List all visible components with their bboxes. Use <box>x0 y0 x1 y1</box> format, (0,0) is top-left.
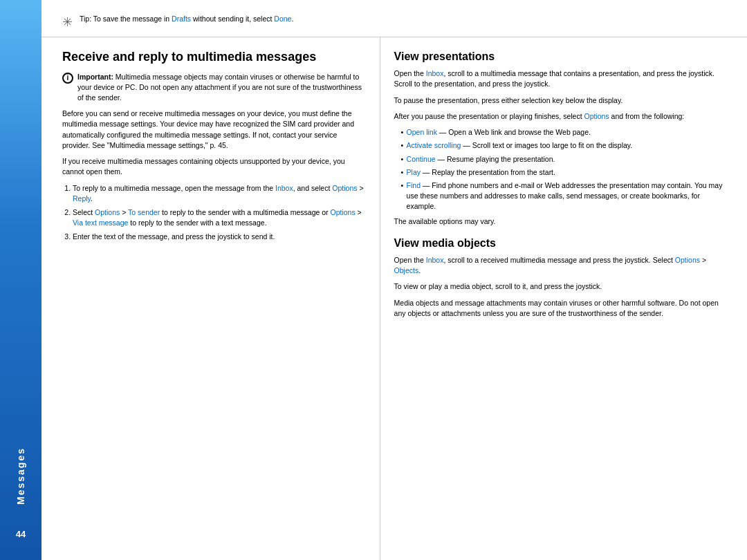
tip-drafts-link[interactable]: Drafts <box>172 15 191 23</box>
bullet-open-link: Open link — Open a Web link and browse t… <box>401 127 726 138</box>
left-column: Receive and reply to multimedia messages… <box>42 37 380 560</box>
view-media-body1: Open the Inbox, scroll to a received mul… <box>394 255 726 276</box>
bullet-activate-scrolling: Activate scrolling — Scroll text or imag… <box>401 140 726 151</box>
bullet-continue: Continue — Resume playing the presentati… <box>401 154 726 165</box>
important-label: Important: <box>77 73 113 81</box>
find-link[interactable]: Find <box>407 181 421 189</box>
bullet-play: Play — Replay the presentation from the … <box>401 167 726 178</box>
bullets-list: Open link — Open a Web link and browse t… <box>401 127 726 212</box>
tip-text: Tip: To save the message in Drafts witho… <box>80 14 293 24</box>
page-number: 44 <box>16 529 26 539</box>
bullet-find: Find — Find phone numbers and e-mail or … <box>401 180 726 212</box>
tip-end: . <box>291 15 293 23</box>
tip-area: ✳ Tip: To save the message in Drafts wit… <box>42 0 747 37</box>
view-pres-body3: After you pause the presentation or play… <box>394 111 726 122</box>
continue-link[interactable]: Continue <box>407 155 436 163</box>
media-objects-link[interactable]: Objects <box>394 266 419 274</box>
important-icon: i <box>62 73 73 84</box>
media-inbox-link[interactable]: Inbox <box>426 256 444 264</box>
important-text: Important: Multimedia message objects ma… <box>77 72 366 104</box>
step-1: To reply to a multimedia message, open t… <box>73 183 366 204</box>
play-link[interactable]: Play <box>407 168 421 176</box>
main-content: ✳ Tip: To save the message in Drafts wit… <box>42 0 747 560</box>
pres-options-link[interactable]: Options <box>584 112 609 120</box>
left-body1: Before you can send or receive multimedi… <box>62 109 366 151</box>
step-2: Select Options > To sender to reply to t… <box>73 207 366 228</box>
view-media-title: View media objects <box>394 236 726 250</box>
step1-reply-link[interactable]: Reply <box>73 194 91 203</box>
view-pres-body1: Open the Inbox, scroll to a multimedia m… <box>394 68 726 89</box>
left-section-title: Receive and reply to multimedia messages <box>62 50 366 65</box>
open-link-link[interactable]: Open link <box>407 128 437 136</box>
columns: Receive and reply to multimedia messages… <box>42 37 747 560</box>
options-note: The available options may vary. <box>394 216 726 227</box>
right-column: View presentations Open the Inbox, scrol… <box>380 37 747 560</box>
step-3: Enter the text of the message, and press… <box>73 232 366 242</box>
step2-tosender-link[interactable]: To sender <box>128 208 160 216</box>
view-media-body2: To view or play a media object, scroll t… <box>394 281 726 292</box>
view-presentations-title: View presentations <box>394 50 726 63</box>
tip-icon: ✳ <box>62 15 73 30</box>
step2-options-link[interactable]: Options <box>95 208 120 216</box>
left-body2: If you receive multimedia messages conta… <box>62 156 366 177</box>
step1-options-link[interactable]: Options <box>332 184 357 192</box>
tip-middle: without sending it, select <box>191 15 274 23</box>
step2-options2-link[interactable]: Options <box>331 208 356 216</box>
view-media-body3: Media objects and message attachments ma… <box>394 298 726 319</box>
activate-scrolling-link[interactable]: Activate scrolling <box>407 141 461 149</box>
important-block: i Important: Multimedia message objects … <box>62 72 366 104</box>
tip-before: Tip: To save the message in <box>80 15 172 23</box>
step1-inbox-link[interactable]: Inbox <box>275 184 293 192</box>
sidebar: Messages 44 <box>0 0 42 560</box>
steps-list: To reply to a multimedia message, open t… <box>73 183 366 243</box>
page-wrapper: Messages 44 ✳ Tip: To save the message i… <box>0 0 747 560</box>
view-pres-body2: To pause the presentation, press either … <box>394 95 726 106</box>
media-options-link[interactable]: Options <box>675 256 700 264</box>
sidebar-label: Messages <box>15 447 26 505</box>
pres-inbox-link[interactable]: Inbox <box>426 69 444 77</box>
step2-viatext-link[interactable]: Via text message <box>73 218 128 227</box>
tip-done-link[interactable]: Done <box>274 15 291 23</box>
